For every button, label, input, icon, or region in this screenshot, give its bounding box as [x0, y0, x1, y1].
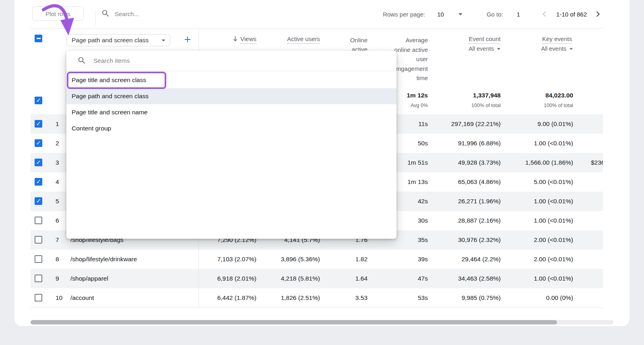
event-count-cell: 28,887 (2.16%)	[458, 211, 501, 230]
select-all-checkbox[interactable]	[35, 35, 42, 42]
active-users-cell: 1,826 (2.51%)	[281, 288, 320, 308]
toolbar-divider	[95, 10, 96, 26]
event-count-cell: 297,169 (22.21%)	[451, 114, 501, 134]
previous-page-button[interactable]	[539, 9, 550, 19]
dimension-dropdown-menu: Search items Page title and screen class…	[66, 51, 396, 239]
pagination-range: 1-10 of 862	[556, 11, 587, 18]
key-events-cell: 2.00 (<0.01%)	[534, 230, 573, 250]
page-path-cell: /shop/apparel	[70, 269, 108, 288]
dropdown-search-input[interactable]: Search items	[66, 51, 396, 71]
column-header-active-users-label: Active users	[287, 35, 320, 44]
row-checkbox[interactable]	[35, 120, 42, 128]
rows-per-page-caret-icon[interactable]	[458, 13, 462, 15]
page-path-cell: /shop/lifestyle/drinkware	[70, 250, 137, 269]
key-events-filter-label: All events	[541, 45, 566, 52]
column-header-key-events-label: Key events	[542, 35, 572, 44]
totals-avg-engagement-sub: Avg 0%	[407, 103, 428, 108]
next-page-button[interactable]	[592, 9, 603, 19]
dropdown-item-page-path-screen-class[interactable]: Page path and screen class	[66, 88, 396, 104]
dropdown-search-placeholder: Search items	[93, 57, 130, 64]
dropdown-item-content-group[interactable]: Content group	[66, 120, 396, 136]
row-number: 8	[56, 250, 59, 269]
avg-engagement-cell: 1m 51s	[407, 153, 428, 172]
chevron-down-icon	[497, 48, 501, 50]
key-events-cell: 2.00 (<0.01%)	[534, 250, 573, 269]
event-count-cell: 34,463 (2.58%)	[458, 269, 501, 288]
event-count-cell: 49,928 (3.73%)	[458, 153, 501, 172]
dropdown-item-page-title-screen-class[interactable]: Page title and screen class	[66, 72, 396, 88]
plot-rows-button[interactable]: Plot rows	[32, 6, 84, 21]
key-events-cell: 0.00 (0%)	[546, 288, 573, 308]
row-checkbox[interactable]	[35, 236, 42, 244]
toolbar-bottom-divider	[31, 28, 603, 29]
key-events-cell: 5.00 (<0.01%)	[534, 172, 573, 192]
page-path-cell: /account	[70, 288, 94, 308]
table-row: 10 /account 6,442 (1.87%) 1,826 (2.51%) …	[31, 288, 603, 308]
active-users-cell: 3,896 (5.36%)	[281, 250, 320, 269]
column-header-key-events[interactable]: Key events All events	[541, 35, 573, 52]
totals-avg-engagement: 1m 12s Avg 0%	[407, 92, 428, 108]
row-checkbox[interactable]	[35, 294, 42, 302]
horizontal-scrollbar-thumb[interactable]	[31, 320, 557, 324]
column-header-views[interactable]: Views	[232, 35, 256, 44]
search-input[interactable]: Search...	[101, 6, 139, 21]
totals-event-count-value: 1,337,948	[471, 92, 501, 99]
column-header-event-count[interactable]: Event count All events	[469, 35, 501, 52]
key-events-cell: 1.00 (<0.01%)	[534, 192, 573, 211]
key-events-cell: 1.00 (<0.01%)	[534, 211, 573, 230]
go-to-input[interactable]: 1	[517, 11, 520, 18]
online-active-cell: 3.53	[355, 288, 367, 308]
totals-checkbox[interactable]	[35, 97, 42, 104]
avg-engagement-cell: 30s	[418, 211, 428, 230]
avg-engagement-cell: 39s	[418, 250, 428, 269]
row-checkbox[interactable]	[35, 255, 42, 263]
key-events-cell: 9.00 (0.01%)	[537, 114, 573, 134]
totals-event-count: 1,337,948 100% of total	[471, 92, 501, 108]
row-checkbox[interactable]	[35, 178, 42, 186]
analytics-report-card: Plot rows Search... Rows per page: 10 Go…	[14, 0, 630, 326]
online-active-cell: 1.82	[355, 250, 367, 269]
row-checkbox[interactable]	[35, 217, 42, 224]
dropdown-item-page-title-screen-name[interactable]: Page title and screen name	[66, 104, 396, 120]
event-count-cell: 29,464 (2.2%)	[462, 250, 501, 269]
key-events-cell: 1.00 (<0.01%)	[534, 134, 573, 153]
row-checkbox[interactable]	[35, 159, 42, 166]
row-checkbox[interactable]	[35, 197, 42, 205]
views-cell: 6,442 (1.87%)	[217, 288, 256, 308]
row-number: 7	[56, 230, 59, 250]
dimension-dropdown-button[interactable]: Page path and screen class	[66, 34, 170, 46]
row-checkbox[interactable]	[35, 139, 42, 147]
plus-icon	[184, 35, 192, 45]
sort-descending-icon	[232, 35, 238, 43]
avg-engagement-cell: 1m 13s	[407, 172, 428, 192]
event-count-filter-label: All events	[469, 45, 494, 52]
table-row: 9 /shop/apparel 6,918 (2.01%) 4,218 (5.8…	[31, 269, 603, 288]
row-number: 10	[56, 288, 62, 308]
add-dimension-button[interactable]	[181, 34, 194, 47]
rows-per-page-label: Rows per page:	[383, 11, 425, 18]
table-bottom-divider	[31, 308, 603, 308]
views-cell: 7,103 (2.07%)	[217, 250, 256, 269]
horizontal-scrollbar-track[interactable]	[31, 320, 613, 324]
active-users-cell: 4,218 (5.81%)	[281, 269, 320, 288]
row-checkbox[interactable]	[35, 275, 42, 282]
avg-engagement-cell: 42s	[418, 192, 428, 211]
key-events-filter[interactable]: All events	[541, 45, 573, 52]
key-events-cell: 1.00 (<0.01%)	[534, 269, 573, 288]
column-header-active-users[interactable]: Active users	[287, 35, 320, 42]
totals-key-events-value: 84,023.00	[544, 92, 573, 99]
views-cell: 6,918 (2.01%)	[217, 269, 256, 288]
avg-engagement-cell: 50s	[418, 134, 428, 153]
go-to-label: Go to:	[487, 11, 503, 18]
totals-key-events: 84,023.00 100% of total	[544, 92, 573, 108]
event-count-cell: 91,996 (6.88%)	[458, 134, 501, 153]
chevron-down-icon	[570, 48, 573, 50]
row-number: 2	[56, 134, 59, 153]
event-count-cell: 30,976 (2.32%)	[458, 230, 501, 250]
column-header-event-count-label: Event count	[469, 35, 500, 44]
event-count-filter[interactable]: All events	[469, 45, 501, 52]
rows-per-page-value[interactable]: 10	[437, 11, 444, 18]
search-icon	[101, 9, 109, 18]
search-icon	[78, 56, 85, 66]
dropdown-item-list: Page title and screen class Page path an…	[66, 71, 396, 136]
